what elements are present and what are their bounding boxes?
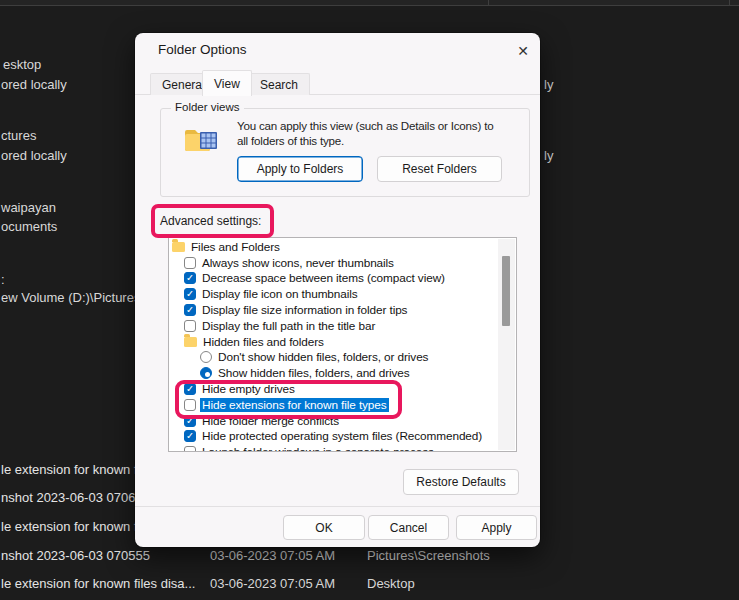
background-file-name: le extension for known f	[1, 462, 138, 477]
folder-icon	[184, 337, 197, 347]
list-item[interactable]: Files and Folders	[169, 239, 502, 255]
list-item-label: Hide folder merge conflicts	[202, 414, 339, 428]
checkbox[interactable]: ✓	[184, 383, 196, 395]
list-item[interactable]: ✓Display file icon on thumbnails	[169, 286, 514, 302]
background-file-location: Desktop	[367, 576, 415, 591]
background-text: ctures	[1, 128, 36, 143]
list-item[interactable]: ✓Display file size information in folder…	[169, 302, 514, 318]
list-item-label: Show hidden files, folders, and drives	[218, 366, 410, 380]
restore-defaults-button[interactable]: Restore Defaults	[403, 469, 519, 495]
background-text: ored locally	[1, 77, 67, 92]
checkbox[interactable]: ✓	[184, 304, 196, 316]
reset-folders-button[interactable]: Reset Folders	[377, 156, 502, 182]
list-item-label: Display file icon on thumbnails	[202, 287, 358, 301]
checkbox[interactable]	[184, 446, 196, 452]
list-item-label: Display file size information in folder …	[202, 303, 407, 317]
background-file-name: nshot 2023-06-03 07063	[1, 490, 143, 505]
list-item[interactable]: ✓Hide protected operating system files (…	[169, 429, 514, 445]
list-item[interactable]: Don't show hidden files, folders, or dri…	[169, 350, 517, 366]
checkbox[interactable]	[184, 257, 196, 269]
cancel-button[interactable]: Cancel	[368, 515, 449, 540]
background-file-name: le extension for known files disa...	[1, 576, 195, 591]
list-item[interactable]: ✓Hide empty drives	[169, 381, 514, 397]
folder-options-dialog: Folder Options ✕ GeneralViewSearch Folde…	[135, 33, 540, 547]
folder-grid-icon	[184, 126, 218, 154]
description-line: You can apply this view (such as Details…	[237, 118, 493, 133]
list-item-label: Don't show hidden files, folders, or dri…	[218, 350, 428, 364]
background-toolbar-edge	[0, 0, 739, 6]
folder-views-legend: Folder views	[171, 101, 244, 113]
dialog-titlebar[interactable]: Folder Options ✕	[135, 33, 540, 69]
background-text: ored locally	[1, 148, 67, 163]
background-text: :	[1, 272, 5, 287]
toolbar-divider	[729, 0, 730, 5]
folder-views-description: You can apply this view (such as Details…	[237, 118, 493, 148]
background-text: ew Volume (D:)\Pictures	[1, 290, 140, 305]
background-file-date: 03-06-2023 07:05 AM	[210, 548, 335, 563]
footer-separator	[135, 506, 540, 507]
list-item-label: Always show icons, never thumbnails	[202, 256, 394, 270]
toolbar-divider	[488, 0, 489, 5]
checkbox[interactable]: ✓	[184, 430, 196, 442]
background-file-name: nshot 2023-06-03 070555	[1, 548, 150, 563]
radio-button[interactable]	[200, 367, 212, 379]
list-item[interactable]: ✓Hide folder merge conflicts	[169, 413, 514, 429]
advanced-settings-list[interactable]: Files and FoldersAlways show icons, neve…	[168, 237, 517, 452]
apply-button[interactable]: Apply	[456, 515, 537, 540]
description-line: all folders of this type.	[237, 133, 493, 148]
list-item[interactable]: Show hidden files, folders, and drives	[169, 365, 517, 381]
checkbox[interactable]: ✓	[184, 288, 196, 300]
background-text: ly	[544, 148, 553, 163]
tab-search[interactable]: Search	[248, 73, 310, 95]
folder-views-groupbox: Folder views You can apply this view (su…	[160, 108, 530, 197]
checkbox[interactable]: ✓	[184, 415, 196, 427]
advanced-settings-label: Advanced settings:	[160, 214, 261, 228]
tab-view[interactable]: View	[202, 70, 252, 96]
background-text: esktop	[3, 57, 41, 72]
background-text: waipayan	[1, 200, 56, 215]
background-text: ocuments	[1, 219, 57, 234]
list-item-label: Launch folder windows in a separate proc…	[202, 445, 434, 452]
list-item[interactable]: Always show icons, never thumbnails	[169, 255, 514, 271]
radio-button[interactable]	[200, 351, 212, 363]
dialog-title: Folder Options	[158, 42, 247, 57]
checkbox[interactable]	[184, 320, 196, 332]
folder-icon	[172, 242, 185, 252]
list-item[interactable]: Launch folder windows in a separate proc…	[169, 444, 514, 452]
tab-strip: GeneralViewSearch	[135, 69, 540, 95]
background-text: ly	[544, 77, 553, 92]
background-file-name: le extension for known f	[1, 519, 138, 534]
background-file-location: Pictures\Screenshots	[367, 548, 490, 563]
list-item-label: Hide protected operating system files (R…	[202, 429, 482, 443]
list-item-label: Hidden files and folders	[203, 335, 324, 349]
list-item-label: Decrease space between items (compact vi…	[202, 271, 445, 285]
list-item[interactable]: Display the full path in the title bar	[169, 318, 514, 334]
list-item-label: Files and Folders	[191, 240, 280, 254]
list-item-label: Display the full path in the title bar	[202, 319, 375, 333]
ok-button[interactable]: OK	[283, 515, 365, 540]
list-item[interactable]: ✓Decrease space between items (compact v…	[169, 271, 514, 287]
list-item[interactable]: Hidden files and folders	[169, 334, 514, 350]
close-icon[interactable]: ✕	[509, 38, 537, 64]
list-item[interactable]: Hide extensions for known file types	[169, 397, 514, 413]
list-item-label: Hide extensions for known file types	[200, 398, 389, 412]
background-file-date: 03-06-2023 07:05 AM	[210, 576, 335, 591]
checkbox[interactable]	[184, 399, 196, 411]
apply-to-folders-button[interactable]: Apply to Folders	[237, 156, 363, 182]
checkbox[interactable]: ✓	[184, 272, 196, 284]
list-item-label: Hide empty drives	[202, 382, 295, 396]
